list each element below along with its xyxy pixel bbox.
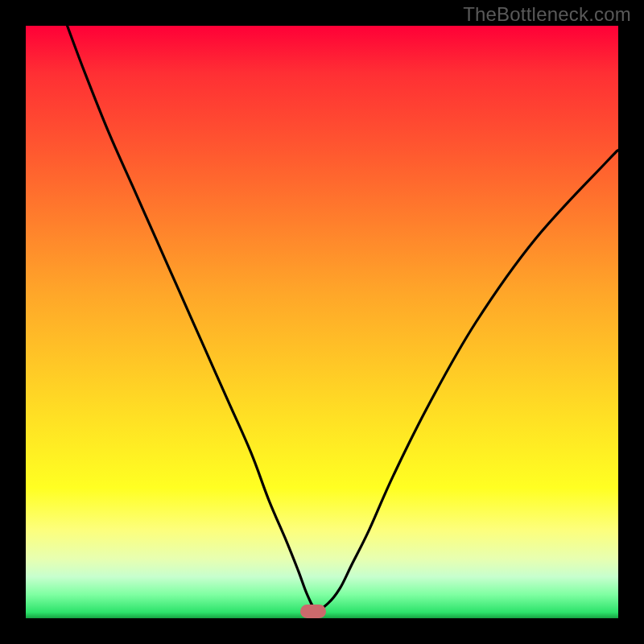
plot-area bbox=[26, 26, 618, 618]
chart-frame: TheBottleneck.com bbox=[0, 0, 644, 644]
watermark-label: TheBottleneck.com bbox=[463, 3, 631, 26]
optimal-point-marker bbox=[300, 605, 326, 618]
bottleneck-curve bbox=[26, 26, 618, 618]
